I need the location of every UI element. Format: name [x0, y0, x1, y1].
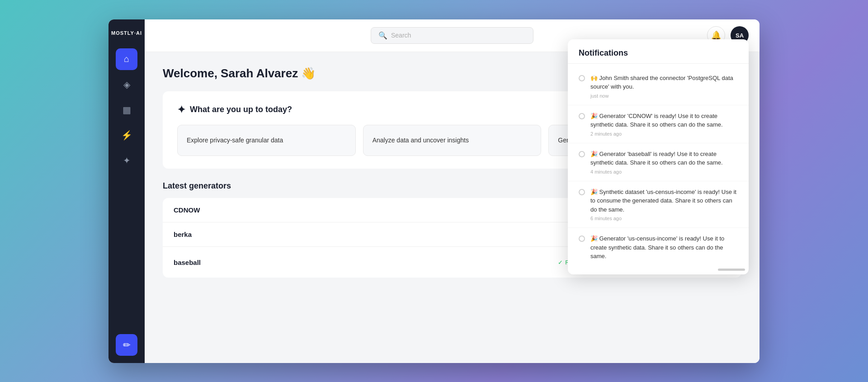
scrollbar-thumb[interactable]: [718, 269, 745, 271]
notifications-title: Notifications: [568, 39, 749, 64]
notification-time: 4 minutes ago: [590, 169, 738, 174]
edit-icon: ✏: [123, 340, 131, 350]
generator-name: CDNOW: [174, 206, 580, 214]
sidebar-item-edit[interactable]: ✏: [116, 334, 137, 356]
notification-unread-dot: [579, 236, 585, 242]
notification-message: 🎉 Generator 'CDNOW' is ready! Use it to …: [590, 113, 723, 128]
sidebar-item-lightning[interactable]: ⚡: [116, 124, 137, 146]
notification-item[interactable]: 🎉 Synthetic dataset 'us-census-income' i…: [568, 181, 749, 228]
notification-text: 🎉 Generator 'us-census-income' is ready!…: [590, 234, 738, 261]
generator-name: baseball: [174, 259, 558, 266]
sidebar-item-home[interactable]: ⌂: [116, 48, 137, 70]
notification-unread-dot: [579, 75, 585, 81]
home-icon: ⌂: [124, 54, 129, 64]
notification-message: 🎉 Synthetic dataset 'us-census-income' i…: [590, 189, 736, 213]
notification-item[interactable]: 🙌 John Smith shared the connector 'Postg…: [568, 67, 749, 105]
sparkle-icon: ✦: [123, 155, 131, 166]
notification-text: 🎉 Generator 'CDNOW' is ready! Use it to …: [590, 112, 738, 129]
notification-message: 🎉 Generator 'us-census-income' is ready!…: [590, 235, 724, 259]
search-icon: 🔍: [378, 31, 387, 40]
notification-list: 🙌 John Smith shared the connector 'Postg…: [568, 64, 749, 271]
notification-time: just now: [590, 93, 738, 99]
explore-option-button[interactable]: Explore privacy-safe granular data: [177, 125, 356, 156]
grid-icon: ▦: [123, 104, 131, 115]
notification-content: 🎉 Synthetic dataset 'us-census-income' i…: [590, 188, 738, 222]
sidebar-item-grid[interactable]: ▦: [116, 99, 137, 121]
sidebar-item-sparkle[interactable]: ✦: [116, 150, 137, 171]
notification-content: 🎉 Generator 'us-census-income' is ready!…: [590, 234, 738, 261]
notification-item[interactable]: 🎉 Generator 'CDNOW' is ready! Use it to …: [568, 105, 749, 143]
notification-text: 🎉 Generator 'baseball' is ready! Use it …: [590, 150, 738, 167]
notification-unread-dot: [579, 113, 585, 119]
notification-message: 🎉 Generator 'baseball' is ready! Use it …: [590, 151, 723, 166]
notification-content: 🎉 Generator 'CDNOW' is ready! Use it to …: [590, 112, 738, 137]
analyze-option-button[interactable]: Analyze data and uncover insights: [363, 125, 542, 156]
sparkle-icon: ✦: [177, 104, 185, 116]
notification-message: 🙌 John Smith shared the connector 'Postg…: [590, 75, 733, 90]
notification-item[interactable]: 🎉 Generator 'us-census-income' is ready!…: [568, 228, 749, 267]
search-placeholder: Search: [391, 32, 411, 39]
notification-text: 🙌 John Smith shared the connector 'Postg…: [590, 74, 738, 91]
notification-content: 🙌 John Smith shared the connector 'Postg…: [590, 74, 738, 99]
ai-icon: ◈: [123, 79, 130, 90]
bell-icon: 🔔: [711, 30, 721, 40]
notification-item[interactable]: 🎉 Generator 'baseball' is ready! Use it …: [568, 143, 749, 181]
sidebar: MOSTLY·AI ⌂ ◈ ▦ ⚡ ✦ ✏: [108, 19, 145, 363]
lightning-icon: ⚡: [121, 130, 132, 141]
notification-unread-dot: [579, 189, 585, 195]
app-logo: MOSTLY·AI: [108, 27, 146, 39]
sidebar-item-ai[interactable]: ◈: [116, 74, 137, 95]
notification-unread-dot: [579, 151, 585, 157]
check-icon: ✓: [558, 259, 563, 266]
notification-text: 🎉 Synthetic dataset 'us-census-income' i…: [590, 188, 738, 214]
notification-content: 🎉 Generator 'baseball' is ready! Use it …: [590, 150, 738, 174]
search-bar[interactable]: 🔍 Search: [371, 27, 533, 44]
notification-panel: Notifications 🙌 John Smith shared the co…: [568, 39, 749, 274]
generator-name: berka: [174, 231, 580, 238]
notification-time: 2 minutes ago: [590, 131, 738, 137]
notification-time: 6 minutes ago: [590, 216, 738, 221]
action-question: What are you up to today?: [190, 105, 292, 114]
